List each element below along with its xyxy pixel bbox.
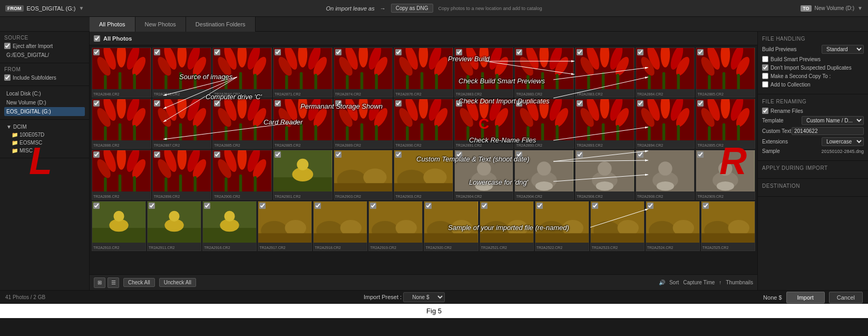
photo-checkbox[interactable]: [537, 203, 543, 209]
cancel-button[interactable]: Cancel: [829, 292, 863, 303]
photo-cell[interactable]: TR2A2524.CR2: [646, 201, 700, 251]
photo-cell[interactable]: TR2A2889.CR2: [334, 99, 393, 149]
photo-checkbox[interactable]: [93, 100, 100, 107]
photo-checkbox[interactable]: [154, 100, 160, 107]
photo-checkbox[interactable]: [395, 151, 402, 158]
photo-cell[interactable]: TR2A2909.CR2: [696, 150, 755, 200]
include-subfolders-checkbox[interactable]: [4, 74, 11, 81]
photo-checkbox[interactable]: [516, 49, 522, 55]
photo-checkbox[interactable]: [697, 49, 704, 55]
photo-checkbox[interactable]: [370, 203, 376, 209]
tab-all-photos[interactable]: All Photos: [90, 17, 135, 32]
eject-checkbox[interactable]: [4, 43, 11, 49]
photo-checkbox[interactable]: [577, 100, 583, 107]
photo-cell[interactable]: TR2A2904.CR2: [514, 150, 574, 200]
photo-cell[interactable]: TR2A2883.CR2: [454, 47, 514, 98]
photo-cell[interactable]: TR2A2525.CR2: [701, 201, 755, 251]
photo-checkbox[interactable]: [395, 49, 402, 55]
photo-checkbox[interactable]: [456, 100, 462, 107]
photo-cell[interactable]: TR2A2893.CR2: [575, 99, 635, 149]
import-preset-select[interactable]: None $: [403, 292, 445, 302]
photo-checkbox[interactable]: [456, 151, 462, 158]
photo-cell[interactable]: TR2A2874.CR2: [334, 47, 393, 98]
photo-checkbox[interactable]: [516, 151, 522, 158]
drive-d[interactable]: New Volume (D:): [4, 98, 85, 107]
photo-cell[interactable]: TR2A2885.CR2: [696, 47, 755, 98]
photo-checkbox[interactable]: [214, 151, 220, 158]
list-view-button[interactable]: ☰: [108, 277, 119, 288]
photo-cell[interactable]: TR2A2890.CR2: [394, 99, 453, 149]
photo-cell[interactable]: TR2A2911.CR2: [147, 201, 201, 251]
tree-100e057d[interactable]: 📁 100E057D: [4, 131, 85, 139]
extensions-select[interactable]: Lowercase: [822, 137, 864, 146]
rename-files-checkbox[interactable]: [762, 108, 768, 114]
photo-checkbox[interactable]: [214, 100, 220, 107]
device-item-eos[interactable]: G:/EOS_DIGITAL/: [4, 51, 85, 60]
photo-checkbox[interactable]: [93, 49, 100, 55]
photo-cell[interactable]: TR2A2917.CR2: [258, 201, 312, 251]
photo-checkbox[interactable]: [204, 203, 210, 209]
photo-cell[interactable]: TR2A2904.CR2: [454, 150, 514, 200]
photo-checkbox[interactable]: [214, 49, 220, 55]
grid-view-button[interactable]: ⊞: [94, 277, 105, 288]
tree-dcim[interactable]: ▼ DCIM: [4, 123, 85, 131]
photo-checkbox[interactable]: [456, 49, 462, 55]
photo-cell[interactable]: TR2A2908.CR2: [636, 150, 695, 200]
custom-text-input[interactable]: [792, 127, 864, 135]
photo-cell[interactable]: TR2A2910.CR2: [92, 201, 146, 251]
photo-checkbox[interactable]: [93, 203, 100, 209]
photo-checkbox[interactable]: [259, 203, 266, 209]
photo-checkbox[interactable]: [577, 151, 583, 158]
photo-checkbox[interactable]: [637, 151, 643, 158]
photo-cell[interactable]: TR2A2876.CR2: [394, 47, 453, 98]
photo-cell[interactable]: CTR2A2891.CR2: [454, 99, 514, 149]
uncheck-all-button[interactable]: Uncheck All: [159, 278, 196, 287]
template-select[interactable]: Custom Name / D...: [802, 116, 864, 125]
photo-checkbox[interactable]: [335, 100, 342, 107]
photo-cell[interactable]: TR2A2883.CR2: [514, 47, 574, 98]
photo-cell[interactable]: TR2A2886.CR2: [92, 99, 151, 149]
tab-destination-folders[interactable]: Destination Folders: [186, 17, 256, 32]
photo-cell[interactable]: TR2A2900.CR2: [212, 150, 272, 200]
photo-cell[interactable]: TR2A2903.CR2: [334, 150, 393, 200]
photo-checkbox[interactable]: [516, 100, 522, 107]
build-smart-checkbox[interactable]: [762, 56, 768, 62]
photo-checkbox[interactable]: [697, 151, 704, 158]
from-device[interactable]: EOS_DIGITAL (G:): [27, 5, 76, 12]
copy-as-dng-button[interactable]: Copy as DNG: [391, 4, 433, 13]
photo-checkbox[interactable]: [275, 151, 281, 158]
to-device[interactable]: New Volume (D:): [815, 5, 855, 11]
photo-checkbox[interactable]: [637, 100, 643, 107]
photo-cell[interactable]: TR2A2844.CR2: [212, 47, 272, 98]
build-previews-select[interactable]: Standard: [822, 45, 864, 54]
photo-checkbox[interactable]: [335, 49, 342, 55]
photo-cell[interactable]: TR2A2883.CR2: [575, 47, 635, 98]
photo-cell[interactable]: TR2A2864.CR2: [636, 47, 695, 98]
photo-cell[interactable]: TR2A2893.CR2: [514, 99, 574, 149]
add-collection-checkbox[interactable]: [762, 81, 768, 88]
photo-checkbox[interactable]: [697, 100, 704, 107]
sort-option[interactable]: Capture Time: [683, 280, 715, 285]
photo-checkbox[interactable]: [149, 203, 155, 209]
tree-misc[interactable]: 📁 MISC: [4, 147, 85, 155]
photo-cell[interactable]: TR2A2903.CR2: [394, 150, 453, 200]
photo-cell[interactable]: TR2A2522.CR2: [535, 201, 589, 251]
photo-checkbox[interactable]: [275, 49, 281, 55]
photo-cell[interactable]: TR2A2919.CR2: [368, 201, 423, 251]
all-photos-checkbox[interactable]: [94, 35, 100, 42]
photo-cell[interactable]: TR2A2848.CR2: [152, 47, 212, 98]
photo-cell[interactable]: TR2A2871.CR2: [273, 47, 333, 98]
photo-cell[interactable]: TR2A2916.CR2: [202, 201, 257, 251]
photo-cell[interactable]: TR2A2895.CR2: [696, 99, 755, 149]
photo-cell[interactable]: TR2A2918.CR2: [313, 201, 367, 251]
tab-new-photos[interactable]: New Photos: [135, 17, 186, 32]
photo-cell[interactable]: TR2A2908.CR2: [575, 150, 635, 200]
drive-eos[interactable]: EOS_DIGITAL (G:): [4, 107, 85, 116]
dont-import-checkbox[interactable]: [762, 64, 768, 71]
photo-checkbox[interactable]: [647, 203, 654, 209]
photo-checkbox[interactable]: [275, 100, 281, 107]
photo-checkbox[interactable]: [315, 203, 321, 209]
drive-c[interactable]: Local Disk (C:): [4, 89, 85, 98]
photo-checkbox[interactable]: [154, 49, 160, 55]
photo-checkbox[interactable]: [481, 203, 487, 209]
